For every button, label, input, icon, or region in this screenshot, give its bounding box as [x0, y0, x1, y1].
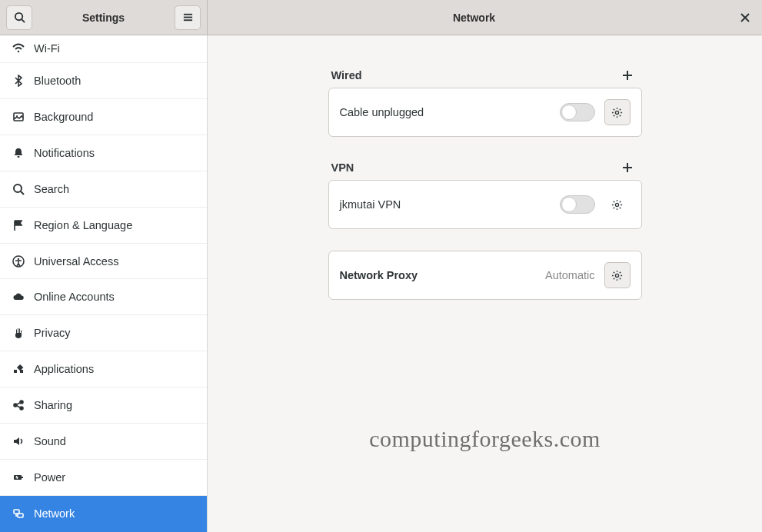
plus-icon — [622, 70, 633, 81]
search-icon — [12, 183, 25, 195]
wired-section-title: Wired — [331, 69, 622, 81]
power-icon — [12, 471, 25, 484]
sidebar-item-label: Power — [34, 471, 65, 484]
speaker-icon — [12, 435, 25, 447]
background-icon — [12, 111, 25, 123]
sidebar-header-title: Settings — [32, 12, 175, 24]
vpn-entry-name: jkmutai VPN — [340, 198, 560, 211]
add-vpn-button[interactable] — [622, 162, 639, 173]
svg-rect-24 — [22, 477, 23, 478]
gear-icon — [611, 107, 623, 118]
proxy-settings-button[interactable] — [604, 262, 631, 288]
svg-point-11 — [14, 185, 22, 192]
gear-icon — [611, 199, 623, 211]
svg-line-1 — [22, 19, 25, 22]
hamburger-icon — [182, 12, 194, 23]
sidebar-item-search[interactable]: Search — [0, 171, 207, 208]
svg-rect-16 — [14, 370, 17, 373]
sidebar-item-label: Bluetooth — [34, 75, 81, 87]
gear-icon — [611, 270, 623, 281]
search-icon — [14, 12, 25, 23]
sidebar-item-bluetooth[interactable]: Bluetooth — [0, 63, 207, 99]
sidebar-item-label: Wi-Fi — [34, 42, 60, 55]
svg-point-29 — [615, 111, 618, 114]
vpn-section-title: VPN — [331, 161, 622, 174]
svg-rect-10 — [18, 156, 20, 158]
share-icon — [12, 399, 25, 411]
header-search-button[interactable] — [6, 5, 32, 30]
sidebar-item-region[interactable]: Region & Language — [0, 208, 207, 244]
proxy-value: Automatic — [545, 269, 594, 281]
wired-toggle[interactable] — [560, 103, 595, 121]
svg-point-7 — [18, 51, 19, 52]
svg-point-0 — [15, 13, 22, 20]
sidebar-item-label: Applications — [34, 363, 94, 375]
sidebar-item-label: Background — [34, 111, 93, 123]
accessibility-icon — [12, 255, 25, 268]
close-icon — [740, 13, 750, 22]
sidebar-item-label: Region & Language — [34, 219, 132, 231]
sidebar-item-notifications[interactable]: Notifications — [0, 135, 207, 171]
settings-sidebar: Wi-Fi Bluetooth Background Notifications… — [0, 35, 208, 532]
sidebar-item-label: Online Accounts — [34, 291, 115, 303]
svg-rect-17 — [20, 370, 23, 373]
network-icon — [12, 507, 25, 520]
bell-icon — [12, 147, 25, 159]
network-panel: Wired Cable unplugged — [208, 35, 762, 532]
sidebar-item-label: Search — [34, 183, 69, 195]
svg-point-33 — [615, 274, 618, 277]
sidebar-item-sound[interactable]: Sound — [0, 424, 207, 460]
window-close-button[interactable] — [734, 7, 756, 28]
sidebar-item-wifi[interactable]: Wi-Fi — [0, 35, 207, 63]
watermark-text: computingforgeeks.com — [369, 426, 601, 452]
content-header-title: Network — [214, 12, 734, 24]
svg-point-32 — [615, 203, 618, 206]
sidebar-item-power[interactable]: Power — [0, 460, 207, 496]
sidebar-item-applications[interactable]: Applications — [0, 351, 207, 387]
proxy-title: Network Proxy — [340, 269, 546, 281]
header-menu-button[interactable] — [175, 5, 201, 30]
vpn-toggle[interactable] — [560, 195, 595, 214]
svg-point-18 — [14, 404, 17, 407]
hand-icon — [12, 327, 25, 339]
flag-icon — [12, 219, 25, 231]
sidebar-item-background[interactable]: Background — [0, 99, 207, 135]
wired-settings-button[interactable] — [604, 99, 631, 125]
sidebar-item-label: Sharing — [34, 399, 72, 411]
bluetooth-icon — [12, 75, 25, 87]
svg-line-21 — [17, 403, 20, 404]
sidebar-item-label: Privacy — [34, 327, 71, 339]
vpn-settings-button[interactable] — [604, 191, 631, 218]
svg-line-22 — [17, 406, 20, 407]
apps-icon — [12, 363, 25, 375]
svg-line-12 — [21, 191, 24, 195]
wifi-icon — [12, 42, 25, 55]
wired-status-label: Cable unplugged — [340, 106, 560, 118]
sidebar-item-universal[interactable]: Universal Access — [0, 244, 207, 280]
svg-point-19 — [20, 401, 23, 404]
svg-point-14 — [18, 258, 19, 259]
sidebar-item-label: Universal Access — [34, 255, 118, 268]
plus-icon — [622, 162, 633, 173]
sidebar-item-label: Notifications — [34, 147, 95, 159]
sidebar-item-privacy[interactable]: Privacy — [0, 315, 207, 351]
sidebar-item-label: Sound — [34, 435, 66, 447]
svg-rect-26 — [18, 514, 23, 517]
sidebar-item-network[interactable]: Network — [0, 496, 207, 532]
cloud-icon — [12, 291, 25, 303]
sidebar-item-label: Network — [34, 507, 75, 520]
svg-point-20 — [20, 407, 23, 410]
add-wired-button[interactable] — [622, 70, 639, 81]
sidebar-item-online-accounts[interactable]: Online Accounts — [0, 279, 207, 315]
sidebar-item-sharing[interactable]: Sharing — [0, 387, 207, 424]
